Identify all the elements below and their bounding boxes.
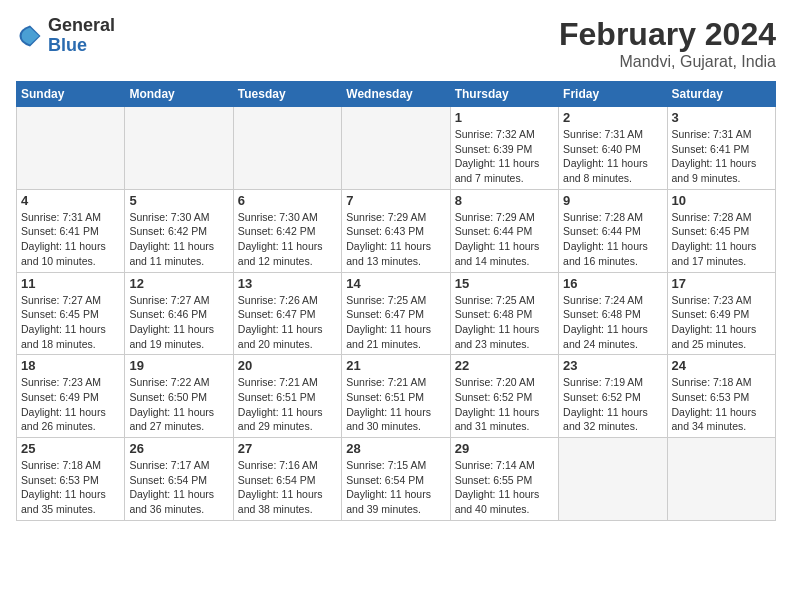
calendar-cell: 8Sunrise: 7:29 AMSunset: 6:44 PMDaylight… — [450, 189, 558, 272]
calendar-cell: 27Sunrise: 7:16 AMSunset: 6:54 PMDayligh… — [233, 438, 341, 521]
day-info: Sunrise: 7:28 AMSunset: 6:45 PMDaylight:… — [672, 210, 771, 269]
calendar-cell: 15Sunrise: 7:25 AMSunset: 6:48 PMDayligh… — [450, 272, 558, 355]
day-number: 13 — [238, 276, 337, 291]
calendar-cell: 25Sunrise: 7:18 AMSunset: 6:53 PMDayligh… — [17, 438, 125, 521]
day-info: Sunrise: 7:30 AMSunset: 6:42 PMDaylight:… — [238, 210, 337, 269]
day-info: Sunrise: 7:27 AMSunset: 6:45 PMDaylight:… — [21, 293, 120, 352]
column-header-friday: Friday — [559, 82, 667, 107]
day-number: 5 — [129, 193, 228, 208]
day-info: Sunrise: 7:31 AMSunset: 6:40 PMDaylight:… — [563, 127, 662, 186]
calendar-table: SundayMondayTuesdayWednesdayThursdayFrid… — [16, 81, 776, 521]
calendar-cell: 28Sunrise: 7:15 AMSunset: 6:54 PMDayligh… — [342, 438, 450, 521]
calendar-week-2: 4Sunrise: 7:31 AMSunset: 6:41 PMDaylight… — [17, 189, 776, 272]
day-info: Sunrise: 7:23 AMSunset: 6:49 PMDaylight:… — [672, 293, 771, 352]
day-number: 11 — [21, 276, 120, 291]
day-info: Sunrise: 7:29 AMSunset: 6:43 PMDaylight:… — [346, 210, 445, 269]
calendar-cell: 7Sunrise: 7:29 AMSunset: 6:43 PMDaylight… — [342, 189, 450, 272]
day-number: 4 — [21, 193, 120, 208]
day-info: Sunrise: 7:31 AMSunset: 6:41 PMDaylight:… — [672, 127, 771, 186]
column-header-monday: Monday — [125, 82, 233, 107]
calendar-cell: 20Sunrise: 7:21 AMSunset: 6:51 PMDayligh… — [233, 355, 341, 438]
day-info: Sunrise: 7:25 AMSunset: 6:48 PMDaylight:… — [455, 293, 554, 352]
calendar-cell: 1Sunrise: 7:32 AMSunset: 6:39 PMDaylight… — [450, 107, 558, 190]
day-info: Sunrise: 7:18 AMSunset: 6:53 PMDaylight:… — [672, 375, 771, 434]
calendar-cell: 5Sunrise: 7:30 AMSunset: 6:42 PMDaylight… — [125, 189, 233, 272]
calendar-cell: 6Sunrise: 7:30 AMSunset: 6:42 PMDaylight… — [233, 189, 341, 272]
day-info: Sunrise: 7:17 AMSunset: 6:54 PMDaylight:… — [129, 458, 228, 517]
day-number: 9 — [563, 193, 662, 208]
calendar-week-3: 11Sunrise: 7:27 AMSunset: 6:45 PMDayligh… — [17, 272, 776, 355]
day-info: Sunrise: 7:24 AMSunset: 6:48 PMDaylight:… — [563, 293, 662, 352]
column-header-saturday: Saturday — [667, 82, 775, 107]
calendar-cell: 4Sunrise: 7:31 AMSunset: 6:41 PMDaylight… — [17, 189, 125, 272]
calendar-cell: 2Sunrise: 7:31 AMSunset: 6:40 PMDaylight… — [559, 107, 667, 190]
day-info: Sunrise: 7:18 AMSunset: 6:53 PMDaylight:… — [21, 458, 120, 517]
logo-icon — [16, 22, 44, 50]
day-number: 7 — [346, 193, 445, 208]
day-info: Sunrise: 7:32 AMSunset: 6:39 PMDaylight:… — [455, 127, 554, 186]
calendar-cell: 19Sunrise: 7:22 AMSunset: 6:50 PMDayligh… — [125, 355, 233, 438]
day-info: Sunrise: 7:22 AMSunset: 6:50 PMDaylight:… — [129, 375, 228, 434]
calendar-week-1: 1Sunrise: 7:32 AMSunset: 6:39 PMDaylight… — [17, 107, 776, 190]
title-block: February 2024 Mandvi, Gujarat, India — [559, 16, 776, 71]
day-number: 14 — [346, 276, 445, 291]
calendar-week-5: 25Sunrise: 7:18 AMSunset: 6:53 PMDayligh… — [17, 438, 776, 521]
day-info: Sunrise: 7:21 AMSunset: 6:51 PMDaylight:… — [346, 375, 445, 434]
column-header-wednesday: Wednesday — [342, 82, 450, 107]
day-number: 20 — [238, 358, 337, 373]
day-number: 25 — [21, 441, 120, 456]
day-info: Sunrise: 7:16 AMSunset: 6:54 PMDaylight:… — [238, 458, 337, 517]
day-info: Sunrise: 7:14 AMSunset: 6:55 PMDaylight:… — [455, 458, 554, 517]
day-number: 24 — [672, 358, 771, 373]
calendar-cell: 14Sunrise: 7:25 AMSunset: 6:47 PMDayligh… — [342, 272, 450, 355]
calendar-cell — [559, 438, 667, 521]
day-info: Sunrise: 7:15 AMSunset: 6:54 PMDaylight:… — [346, 458, 445, 517]
day-info: Sunrise: 7:29 AMSunset: 6:44 PMDaylight:… — [455, 210, 554, 269]
calendar-cell: 9Sunrise: 7:28 AMSunset: 6:44 PMDaylight… — [559, 189, 667, 272]
day-info: Sunrise: 7:31 AMSunset: 6:41 PMDaylight:… — [21, 210, 120, 269]
day-number: 17 — [672, 276, 771, 291]
day-info: Sunrise: 7:21 AMSunset: 6:51 PMDaylight:… — [238, 375, 337, 434]
day-number: 27 — [238, 441, 337, 456]
calendar-cell: 13Sunrise: 7:26 AMSunset: 6:47 PMDayligh… — [233, 272, 341, 355]
calendar-cell — [17, 107, 125, 190]
calendar-cell: 21Sunrise: 7:21 AMSunset: 6:51 PMDayligh… — [342, 355, 450, 438]
day-number: 29 — [455, 441, 554, 456]
calendar-cell — [342, 107, 450, 190]
day-info: Sunrise: 7:27 AMSunset: 6:46 PMDaylight:… — [129, 293, 228, 352]
month-title: February 2024 — [559, 16, 776, 53]
column-header-thursday: Thursday — [450, 82, 558, 107]
calendar-header-row: SundayMondayTuesdayWednesdayThursdayFrid… — [17, 82, 776, 107]
calendar-cell: 17Sunrise: 7:23 AMSunset: 6:49 PMDayligh… — [667, 272, 775, 355]
day-number: 10 — [672, 193, 771, 208]
calendar-cell: 23Sunrise: 7:19 AMSunset: 6:52 PMDayligh… — [559, 355, 667, 438]
day-info: Sunrise: 7:26 AMSunset: 6:47 PMDaylight:… — [238, 293, 337, 352]
column-header-sunday: Sunday — [17, 82, 125, 107]
day-number: 21 — [346, 358, 445, 373]
day-number: 18 — [21, 358, 120, 373]
calendar-cell — [667, 438, 775, 521]
calendar-cell: 12Sunrise: 7:27 AMSunset: 6:46 PMDayligh… — [125, 272, 233, 355]
calendar-cell: 11Sunrise: 7:27 AMSunset: 6:45 PMDayligh… — [17, 272, 125, 355]
day-info: Sunrise: 7:23 AMSunset: 6:49 PMDaylight:… — [21, 375, 120, 434]
day-number: 22 — [455, 358, 554, 373]
calendar-cell: 24Sunrise: 7:18 AMSunset: 6:53 PMDayligh… — [667, 355, 775, 438]
column-header-tuesday: Tuesday — [233, 82, 341, 107]
logo: General Blue — [16, 16, 115, 56]
calendar-cell: 16Sunrise: 7:24 AMSunset: 6:48 PMDayligh… — [559, 272, 667, 355]
day-info: Sunrise: 7:30 AMSunset: 6:42 PMDaylight:… — [129, 210, 228, 269]
day-info: Sunrise: 7:20 AMSunset: 6:52 PMDaylight:… — [455, 375, 554, 434]
day-info: Sunrise: 7:19 AMSunset: 6:52 PMDaylight:… — [563, 375, 662, 434]
day-number: 23 — [563, 358, 662, 373]
calendar-cell: 3Sunrise: 7:31 AMSunset: 6:41 PMDaylight… — [667, 107, 775, 190]
day-number: 15 — [455, 276, 554, 291]
calendar-cell — [233, 107, 341, 190]
logo-text: General Blue — [48, 16, 115, 56]
day-number: 26 — [129, 441, 228, 456]
day-number: 12 — [129, 276, 228, 291]
calendar-cell — [125, 107, 233, 190]
day-number: 2 — [563, 110, 662, 125]
calendar-cell: 26Sunrise: 7:17 AMSunset: 6:54 PMDayligh… — [125, 438, 233, 521]
day-number: 19 — [129, 358, 228, 373]
location: Mandvi, Gujarat, India — [559, 53, 776, 71]
